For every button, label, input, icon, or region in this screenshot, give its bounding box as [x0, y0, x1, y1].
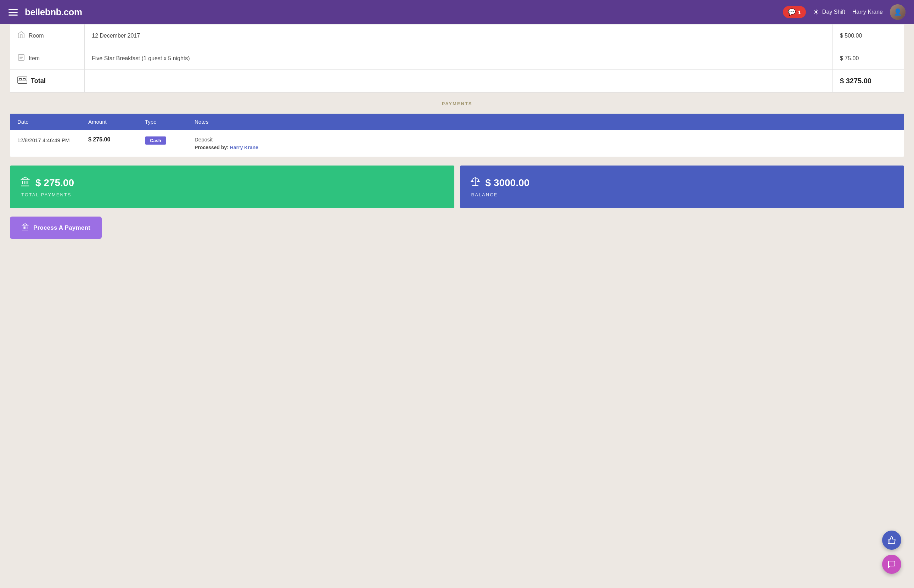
- avatar[interactable]: 👤: [890, 4, 906, 20]
- payment-date: 12/8/2017 4:46:49 PM: [17, 136, 88, 150]
- invoice-row-room: Room 12 December 2017 $ 500.00: [10, 24, 904, 47]
- col-header-amount: Amount: [88, 119, 145, 125]
- item-description: Five Star Breakfast (1 guest x 5 nights): [85, 47, 833, 69]
- payments-section-title: PAYMENTS: [10, 101, 904, 106]
- summary-cards: $ 275.00 TOTAL PAYMENTS: [10, 166, 904, 208]
- header-left: bellebnb.com: [8, 7, 82, 18]
- payments-section: PAYMENTS Date Amount Type Notes 12/8/201…: [10, 101, 904, 247]
- shift-selector[interactable]: ☀ Day Shift: [813, 8, 845, 16]
- processed-by-label: Processed by:: [195, 145, 230, 150]
- fab-chat-button[interactable]: [882, 555, 901, 574]
- cash-type-badge: Cash: [145, 136, 166, 145]
- payment-row: 12/8/2017 4:46:49 PM $ 275.00 Cash Depos…: [10, 130, 904, 157]
- payment-notes: Deposit Processed by: Harry Krane: [195, 136, 897, 150]
- payment-note-text: Deposit: [195, 136, 897, 142]
- payment-type: Cash: [145, 136, 195, 150]
- user-name[interactable]: Harry Krane: [852, 9, 883, 15]
- invoice-row-total: Total $ 3275.00: [10, 70, 904, 92]
- total-type-cell: Total: [10, 70, 85, 92]
- process-payment-bank-icon: [21, 223, 29, 233]
- room-type-label: Room: [29, 32, 44, 39]
- balance-card: $ 3000.00 BALANCE: [460, 166, 904, 208]
- row-type-item: Item: [10, 47, 85, 69]
- scale-icon: [470, 176, 481, 189]
- hamburger-menu[interactable]: [8, 9, 18, 16]
- header-right: 💬 1 ☀ Day Shift Harry Krane 👤: [783, 4, 906, 20]
- avatar-image: 👤: [890, 4, 906, 20]
- item-type-label: Item: [29, 55, 40, 62]
- col-header-type: Type: [145, 119, 195, 125]
- total-payments-label: TOTAL PAYMENTS: [20, 192, 444, 197]
- fab-container: [882, 531, 901, 574]
- notification-badge[interactable]: 💬 1: [783, 6, 806, 18]
- balance-amount: $ 3000.00: [486, 177, 530, 189]
- invoice-table: Room 12 December 2017 $ 500.00: [10, 24, 904, 92]
- total-label: Total: [31, 77, 46, 85]
- total-payments-amount: $ 275.00: [36, 177, 74, 189]
- item-amount: $ 75.00: [833, 47, 904, 69]
- chat-icon: 💬: [788, 8, 796, 16]
- sun-icon: ☀: [813, 8, 819, 16]
- svg-marker-13: [22, 177, 29, 179]
- total-payments-card: $ 275.00 TOTAL PAYMENTS: [10, 166, 454, 208]
- invoice-row-item: Item Five Star Breakfast (1 guest x 5 ni…: [10, 47, 904, 70]
- notification-count: 1: [798, 9, 801, 15]
- home-icon: [17, 31, 25, 40]
- balance-amount-row: $ 3000.00: [470, 176, 895, 189]
- payments-table-header: Date Amount Type Notes: [10, 114, 904, 130]
- room-description: 12 December 2017: [85, 24, 833, 47]
- payment-amount: $ 275.00: [88, 136, 145, 150]
- main-content: Room 12 December 2017 $ 500.00: [0, 24, 914, 262]
- payments-table: Date Amount Type Notes 12/8/2017 4:46:49…: [10, 113, 904, 157]
- app-header: bellebnb.com 💬 1 ☀ Day Shift Harry Krane…: [0, 0, 914, 24]
- total-payments-amount-row: $ 275.00: [20, 176, 444, 189]
- svg-rect-6: [23, 78, 25, 80]
- fab-like-button[interactable]: [882, 531, 901, 550]
- brand-logo: bellebnb.com: [25, 7, 82, 18]
- col-header-date: Date: [17, 119, 88, 125]
- total-icon: [17, 76, 27, 86]
- bank-icon: [20, 176, 31, 189]
- balance-label: BALANCE: [470, 192, 895, 197]
- room-amount: $ 500.00: [833, 24, 904, 47]
- processed-by-line: Processed by: Harry Krane: [195, 145, 897, 150]
- svg-marker-21: [23, 224, 28, 225]
- process-payment-label: Process A Payment: [33, 225, 90, 231]
- shift-label: Day Shift: [822, 9, 845, 15]
- process-payment-button[interactable]: Process A Payment: [10, 216, 102, 239]
- item-icon: [17, 53, 25, 63]
- total-desc-empty: [85, 70, 833, 92]
- row-type-room: Room: [10, 24, 85, 47]
- total-amount: $ 3275.00: [833, 70, 904, 92]
- processed-by-name: Harry Krane: [230, 145, 258, 150]
- svg-rect-5: [19, 78, 21, 80]
- col-header-notes: Notes: [195, 119, 897, 125]
